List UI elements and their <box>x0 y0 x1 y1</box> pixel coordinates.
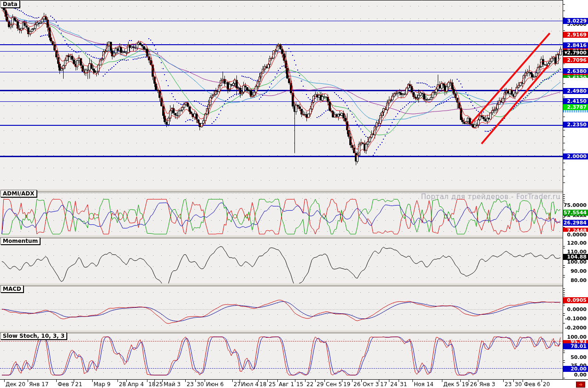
axis-date-label: 23 <box>187 381 194 388</box>
arrow-right-icon: ➔ <box>579 382 582 387</box>
axis-date-label: Мар 9 <box>94 381 111 388</box>
price-label: 2.0000 <box>563 153 588 159</box>
price-label: 50.00 <box>563 354 588 360</box>
price-label: 90.00 <box>563 268 588 274</box>
price-label: 3.0229 <box>563 18 588 24</box>
axis-date-label: 21 <box>75 381 82 388</box>
price-label: 80.00 <box>563 277 588 283</box>
axis-date-label: Авг 1 <box>279 381 294 388</box>
axis-date-label: Фев 6 <box>524 381 541 388</box>
axis-date-label: 19 <box>462 381 469 388</box>
axis-date-label: 28 <box>119 381 126 388</box>
price-label: 2.8416 <box>563 42 588 48</box>
axis-date-label: Дек 20 <box>6 381 25 388</box>
price-label: 2.6120 <box>563 75 588 78</box>
panel-tab-macd[interactable]: MACD <box>0 285 24 293</box>
price-label: 57.5544 <box>563 210 588 216</box>
axis-date-label: Май 3 <box>164 381 181 388</box>
axis-date-label: Окт 3 <box>363 381 379 388</box>
price-label: 0.0905 <box>563 297 588 303</box>
axis-date-label: 26 <box>353 381 360 388</box>
axis-date-label: Сен 5 <box>326 381 342 388</box>
chart-window: DataADMI/ADXMomentumMACDSlow Stoch, 10, … <box>0 0 588 388</box>
price-label: 20.00 <box>563 366 588 372</box>
price-label: 120.00 <box>563 240 588 246</box>
panel-tab-slow-stoch-10-3-3[interactable]: Slow Stoch, 10, 3, 3 <box>0 332 67 340</box>
axis-date-label: 24 <box>390 381 397 388</box>
axis-date-label: Фев 7 <box>58 381 74 388</box>
axis-date-label: 30 <box>197 381 204 388</box>
panel-tab-data[interactable]: Data <box>0 0 20 8</box>
axis-date-label: 29 <box>317 381 323 388</box>
price-label: 104.88 <box>563 254 588 260</box>
price-label: 2.9169 <box>563 32 588 38</box>
axis-date-label: Янв 17 <box>29 381 48 388</box>
axis-date-label: Янв 3 <box>479 381 495 388</box>
price-label: 0.0000 <box>563 306 588 312</box>
axis-date-label: 25 <box>269 381 276 388</box>
axis-date-label: 25 <box>156 381 163 388</box>
axis-date-label: Ноя 14 <box>414 381 434 388</box>
current-price-arrow-icon: ▼ <box>564 50 567 55</box>
price-label: 2.3787 <box>563 104 588 110</box>
price-label: 0.0000 <box>563 232 588 236</box>
axis-date-label: Июн 6 <box>206 381 223 388</box>
panel-tab-admi-adx[interactable]: ADMI/ADX <box>0 190 37 197</box>
price-label: 100.00 <box>563 334 588 340</box>
axis-date-label: 30 <box>515 381 522 388</box>
axis-date-label: 31 <box>400 381 407 388</box>
axis-date-label: 23 <box>505 381 512 388</box>
price-label: 2.7900▼ <box>563 50 588 56</box>
axis-date-label: 18 <box>148 381 155 388</box>
axis-date-label: 17 <box>380 381 387 388</box>
axis-date-label: 19 <box>343 381 350 388</box>
price-label: 78.01 <box>563 343 588 349</box>
price-label: 2.4980 <box>563 88 588 94</box>
watermark: Портал для трейдеров - ForTrader.ru <box>421 193 560 201</box>
axis-date-label: 22 <box>306 381 313 388</box>
axis-date-label: 27 <box>234 381 241 388</box>
price-label: -0.1000 <box>563 316 588 322</box>
price-label <box>563 110 588 112</box>
price-label: 2.2350 <box>563 122 588 128</box>
panel-tab-momentum[interactable]: Momentum <box>0 237 40 245</box>
price-label: -0.2000 <box>563 325 588 331</box>
price-label: 75.0000 <box>563 202 588 208</box>
scroll-to-end-button[interactable]: ➔ <box>576 382 585 388</box>
axis-date-label: Дек 5 <box>443 381 459 388</box>
axis-date-label: 20 <box>543 381 550 388</box>
axis-date-label: 18 <box>259 381 266 388</box>
axis-date-label: Июл 4 <box>241 381 259 388</box>
price-label: 2.4150 <box>563 98 588 104</box>
price-label: 2.7096 <box>563 57 588 63</box>
axis-date-label: 15 <box>296 381 303 388</box>
price-label: 0.00 <box>563 372 588 378</box>
price-label: 26.2984 <box>563 220 588 226</box>
axis-date-label: 26 <box>470 381 477 388</box>
axis-date-label: Апр 4 <box>128 381 144 388</box>
